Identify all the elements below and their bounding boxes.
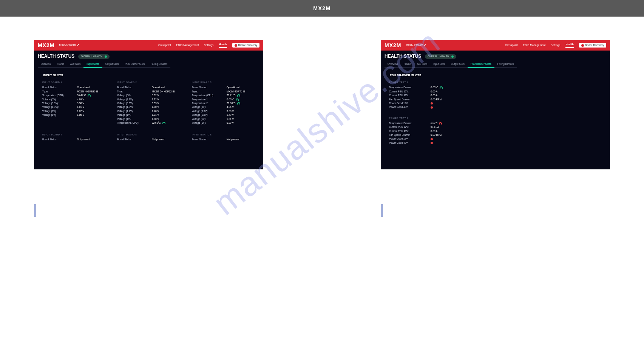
kv-key: Current PSU 12V: <box>389 90 431 93</box>
health-ok-icon <box>451 55 454 58</box>
health-tabs: Overview Frame Aux Slots Input Slots Out… <box>34 61 263 68</box>
board-head: INPUT BOARD 6 <box>192 132 260 138</box>
tab-output-slots[interactable]: Output Slots <box>448 61 468 68</box>
board-block: INPUT BOARD 2 Board Status: Operational … <box>117 80 185 125</box>
kv-val: 1.81 V <box>77 106 84 109</box>
kv-key: Power Good 12V: <box>389 137 431 140</box>
tray-head: POWER TRAY 1 <box>389 80 602 86</box>
tab-overview[interactable]: Overview <box>38 61 54 68</box>
kv-row: Temperature (CPU): 29.71°C <box>192 94 260 97</box>
tab-input-slots[interactable]: Input Slots <box>83 61 102 68</box>
device-name[interactable]: MX2M-FR24R <box>406 43 426 47</box>
kv-key: Voltage (1.8V): <box>192 114 227 117</box>
kv-key: Temperature (CPU): <box>42 94 77 97</box>
kv-key: Board Status: <box>192 86 227 89</box>
panel-logo: MX2M <box>38 42 54 49</box>
panel-nav: Crosspoint EDID Management Settings Heal… <box>505 43 606 48</box>
kv-row: Temperature (CPU): 32.60°C <box>117 121 185 125</box>
kv-val: MX2M-4HDMI20-IB <box>77 90 99 93</box>
tab-failing[interactable]: Failing Devices <box>494 61 517 68</box>
kv-val: 1.01 V <box>227 118 234 121</box>
kv-val: nan°C <box>431 122 442 125</box>
nav-crosspoint[interactable]: Crosspoint <box>158 43 171 47</box>
nav-health[interactable]: Health <box>565 43 573 48</box>
kv-row: Current PSU 12V: 0.00 A <box>389 90 602 94</box>
kv-val: 0.00 RPM <box>431 134 442 137</box>
kv-key: Voltage (1V): <box>117 114 152 117</box>
device-discovery-button[interactable]: Device Discovery <box>232 43 259 48</box>
device-discovery-label: Device Discovery <box>585 44 604 47</box>
led-red-icon <box>431 142 433 144</box>
nav-settings[interactable]: Settings <box>204 43 213 47</box>
kv-val: 0.00 RPM <box>431 98 442 101</box>
gauge-ok-icon <box>440 86 443 89</box>
board-block: INPUT BOARD 1 Board Status: Operational … <box>42 80 110 125</box>
kv-key: Voltage (1.2V): <box>117 110 152 113</box>
kv-val: 1.00 V <box>152 118 159 121</box>
nav-edid[interactable]: EDID Management <box>176 43 199 47</box>
page-title: HEALTH STATUS <box>385 54 421 60</box>
device-discovery-button[interactable]: Device Discovery <box>579 43 606 48</box>
kv-key: Fan Speed Drawer: <box>389 98 431 101</box>
tab-aux-slots[interactable]: Aux Slots <box>414 61 430 68</box>
kv-row: Type: MX2M-DH-4DP12-IB <box>117 90 185 94</box>
tray-head: POWER TRAY 2 <box>389 115 602 121</box>
kv-row: Temperature 2: 28.00°C <box>192 101 260 105</box>
kv-val: 3.30 V <box>227 110 234 113</box>
kv-row: Voltage (3.3V): 3.32 V <box>117 98 185 101</box>
kv-row: Temperature Drawer: nan°C <box>389 121 602 125</box>
kv-val: 0.00°C <box>227 98 239 101</box>
nav-crosspoint[interactable]: Crosspoint <box>505 43 517 47</box>
kv-key: Fan Speed Drawer: <box>389 134 431 137</box>
boards-grid-2: INPUT BOARD 4 Board Status: Not present … <box>34 132 263 142</box>
tab-aux-slots[interactable]: Aux Slots <box>67 61 83 68</box>
nav-settings[interactable]: Settings <box>551 43 560 47</box>
doc-logo: MX2M <box>313 5 330 11</box>
kv-key: Voltage (3.3V): <box>42 102 77 105</box>
kv-val: 28.00°C <box>227 102 240 105</box>
board-head: INPUT BOARD 5 <box>117 132 185 138</box>
kv-val: 59.11 A <box>431 126 439 129</box>
gauge-ok-icon <box>162 122 165 124</box>
board-head: INPUT BOARD 1 <box>42 80 110 86</box>
tab-input-slots[interactable]: Input Slots <box>430 61 448 68</box>
tab-frame[interactable]: Frame <box>54 61 67 68</box>
tab-frame[interactable]: Frame <box>401 61 414 68</box>
nav-edid[interactable]: EDID Management <box>523 43 546 47</box>
kv-val: 0.00°C <box>431 86 443 89</box>
led-red-icon <box>431 138 433 140</box>
kv-row: Voltage (5V): 4.96 V <box>192 105 260 109</box>
tab-psu-drawer[interactable]: PSU Drawer Slots <box>122 61 148 68</box>
tab-output-slots[interactable]: Output Slots <box>102 61 122 68</box>
edit-icon[interactable] <box>77 43 80 47</box>
kv-row: Voltage (3.3V): 3.33 V <box>117 101 185 105</box>
tray-block: POWER TRAY 2 Temperature Drawer: nan°C C… <box>389 115 602 145</box>
kv-row: Voltage (3.3V): 3.30 V <box>42 101 110 105</box>
kv-val: 1.80 V <box>152 106 159 109</box>
gauge-bad-icon <box>439 122 442 124</box>
kv-key: Temperature Drawer: <box>389 86 431 89</box>
edit-icon[interactable] <box>424 43 426 47</box>
right-column: MX2M MX2M-FR24R Crosspoint EDID Manageme… <box>381 40 610 217</box>
kv-val <box>431 141 433 144</box>
health-tabs: Overview Frame Aux Slots Input Slots Out… <box>381 61 610 68</box>
kv-val: 1.79 V <box>227 114 234 117</box>
board-block: INPUT BOARD 5 Board Status: Not present <box>117 132 185 142</box>
tab-failing[interactable]: Failing Devices <box>148 61 170 68</box>
doc-top-bar: MX2M <box>0 0 644 17</box>
kv-row: Voltage (1V): 1.00 V <box>42 113 110 117</box>
device-name[interactable]: MX2M-FR24R <box>59 43 80 47</box>
kv-key: Current PSU 48V: <box>389 130 431 133</box>
kv-row: Power Good 12V: <box>389 137 602 141</box>
kv-key: Voltage (3.3V): <box>117 102 152 105</box>
nav-health[interactable]: Health <box>219 43 227 48</box>
sub-header: HEALTH STATUS OVERALL HEALTH: <box>34 51 263 61</box>
board-block: INPUT BOARD 3 Board Status: Operational … <box>192 80 260 125</box>
kv-val <box>431 137 433 140</box>
kv-row: Current PSU 48V: 0.00 A <box>389 129 602 133</box>
kv-val: 29.71°C <box>227 94 240 97</box>
tab-overview[interactable]: Overview <box>385 61 401 68</box>
tab-psu-drawer[interactable]: PSU Drawer Slots <box>468 61 494 68</box>
kv-val: 1.02 V <box>77 110 84 113</box>
kv-key: Type: <box>192 90 227 93</box>
